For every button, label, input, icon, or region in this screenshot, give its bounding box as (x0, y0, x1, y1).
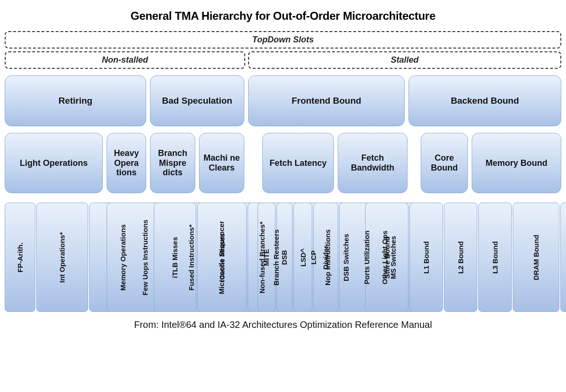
level1-row: Retiring Bad Speculation Frontend Bound … (5, 75, 561, 126)
fetch-latency-box: Fetch Latency (262, 133, 334, 193)
level2-row: Light Operations Heavy Opera tions Branc… (5, 133, 561, 193)
bad-speculation-box: Bad Speculation (150, 75, 244, 126)
divider-label: Divider (322, 245, 330, 270)
dram-bound-box: DRAM Bound (513, 203, 559, 312)
stalled-box: Stalled (248, 51, 561, 69)
mite-label: MITE (262, 249, 270, 266)
int-operations-box: Int Operations* (36, 203, 88, 312)
light-operations-box: Light Operations (5, 133, 103, 193)
itlb-misses-label: iTLB Misses (171, 237, 179, 278)
level0-row-top: TopDown Slots (5, 31, 561, 49)
fused-instructions-label: Fused Instructions* (187, 224, 195, 290)
l3-bound-label: L3 Bound (491, 241, 499, 273)
store-bound-label: Store Bound (383, 236, 391, 278)
store-bound-box: Store Bound (365, 203, 408, 312)
dram-bound-label: DRAM Bound (532, 235, 540, 280)
int-operations-label: Int Operations* (58, 232, 67, 283)
icache-misses-box: iCache Misses (197, 203, 247, 312)
l2-bound-label: L2 Bound (457, 241, 465, 273)
branch-mispredicts-box: Branch Mispre dicts (150, 133, 195, 193)
diagram-caption: From: Intel®64 and IA-32 Architectures O… (5, 319, 561, 330)
topdown-slots-box: TopDown Slots (5, 31, 561, 49)
retiring-box: Retiring (5, 75, 146, 126)
dsb-switches-label: DSB Switches (342, 234, 350, 281)
core-bound-box: Core Bound (421, 133, 468, 193)
ports-utilization-label: Ports Utilization (362, 230, 370, 284)
l1-bound-box: L1 Bound (409, 203, 443, 312)
l3-bound-box: L3 Bound (478, 203, 512, 312)
diagram-title: General TMA Hierarchy for Out-of-Order M… (5, 9, 561, 23)
l1-bound-label: L1 Bound (422, 241, 430, 273)
pmm-bound-box: PMM Bound^ (560, 203, 566, 312)
l2-bound-box: L2 Bound (444, 203, 477, 312)
tma-diagram: TopDown Slots Non-stalled Stalled Retiri… (5, 31, 561, 312)
backend-bound-box: Backend Bound (408, 75, 561, 126)
spacer (411, 133, 417, 193)
icache-misses-label: iCache Misses (218, 233, 226, 281)
heavy-operations-box: Heavy Opera tions (107, 133, 146, 193)
fp-arith-box: FP-Arith. (5, 203, 35, 312)
fp-arith-label: FP-Arith. (16, 242, 24, 272)
spacer (248, 133, 258, 193)
fetch-bandwidth-box: Fetch Bandwidth (338, 133, 408, 193)
memory-operations-label: Memory Operations (119, 224, 127, 291)
machine-clears-box: Machi ne Clears (199, 133, 244, 193)
lsd-label: LSD^ (299, 248, 307, 267)
level0-row-split: Non-stalled Stalled (5, 51, 561, 69)
few-uops-label: Few Uops Instructions (141, 220, 149, 295)
frontend-bound-box: Frontend Bound (248, 75, 405, 126)
memory-bound-box: Memory Bound (472, 133, 561, 193)
dsb-label: DSB (280, 250, 288, 265)
branch-resteers-label: Branch Resteers (272, 229, 280, 285)
level3-row: FP-Arith. Int Operations* Memory Operati… (5, 203, 561, 312)
non-stalled-box: Non-stalled (5, 51, 245, 69)
lcp-label: LCP (309, 250, 317, 264)
light-ops-group: FP-Arith. Int Operations* Memory Operati… (5, 203, 103, 312)
